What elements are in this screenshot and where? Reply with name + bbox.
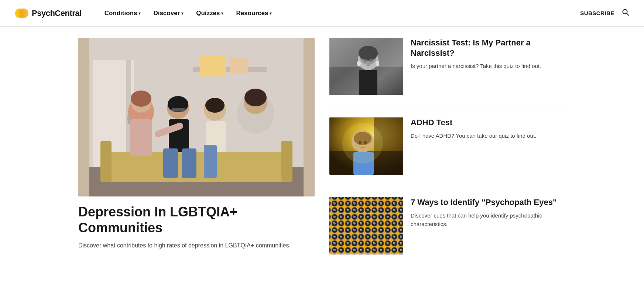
svg-point-39 [359, 46, 378, 61]
nav-conditions[interactable]: Conditions ▾ [99, 7, 146, 20]
nav-quizzes[interactable]: Quizzes ▾ [191, 7, 229, 20]
svg-point-18 [131, 90, 151, 107]
main-nav: PsychCentral Conditions ▾ Discover ▾ Qui… [0, 0, 644, 27]
logo-text: PsychCentral [32, 8, 82, 18]
card-psychopath-content: 7 Ways to Identify "Psychopath Eyes" Dis… [411, 197, 566, 228]
svg-rect-30 [163, 148, 178, 178]
card-narcissist[interactable]: Narcissist Test: Is My Partner a Narciss… [329, 38, 566, 95]
svg-point-52 [359, 141, 362, 144]
chevron-down-icon: ▾ [138, 11, 141, 16]
search-button[interactable] [622, 8, 629, 18]
chevron-down-icon: ▾ [221, 11, 223, 16]
hero-image[interactable] [78, 38, 315, 196]
card-narcissist-image [329, 38, 403, 95]
hero-image-svg [78, 38, 315, 196]
svg-point-44 [370, 59, 373, 62]
svg-rect-14 [281, 141, 292, 182]
svg-rect-58 [329, 197, 403, 254]
card-adhd[interactable]: ADHD Test Do I have ADHD? You can take o… [329, 117, 566, 175]
svg-point-1 [19, 8, 28, 18]
svg-point-51 [342, 123, 383, 164]
svg-point-43 [364, 59, 367, 62]
svg-rect-32 [204, 145, 217, 178]
card-divider-1 [329, 106, 566, 106]
card-adhd-image [329, 117, 403, 175]
nav-right: SUBSCRIBE [580, 8, 629, 18]
logo-icon [15, 6, 29, 20]
card-psychopath-image [329, 197, 403, 254]
card-psychopath-desc: Discover cues that can help you identify… [411, 211, 566, 229]
svg-point-2 [623, 10, 627, 14]
card-adhd-title: ADHD Test [411, 117, 536, 128]
card-adhd-content: ADHD Test Do I have ADHD? You can take o… [411, 117, 536, 140]
hero-description: Discover what contributes to high rates … [78, 241, 315, 250]
nav-resources[interactable]: Resources ▾ [231, 7, 277, 20]
nav-discover[interactable]: Discover ▾ [148, 7, 189, 20]
svg-rect-10 [230, 58, 248, 73]
svg-rect-13 [100, 141, 112, 182]
svg-rect-16 [130, 119, 152, 156]
svg-point-29 [244, 89, 267, 106]
card-psychopath-title: 7 Ways to Identify "Psychopath Eyes" [411, 197, 566, 208]
chevron-down-icon: ▾ [270, 11, 272, 16]
svg-point-24 [205, 98, 225, 113]
nav-links: Conditions ▾ Discover ▾ Quizzes ▾ Resour… [99, 7, 580, 20]
svg-point-41 [357, 61, 361, 66]
card-narcissist-title: Narcissist Test: Is My Partner a Narciss… [411, 38, 566, 58]
svg-rect-22 [171, 108, 185, 112]
hero-title: Depression In LGBTQIA+ Communities [78, 204, 315, 236]
svg-point-53 [364, 141, 367, 144]
svg-line-3 [627, 14, 629, 16]
svg-rect-40 [359, 70, 377, 95]
svg-rect-9 [200, 56, 226, 76]
card-adhd-desc: Do I have ADHD? You can take our quiz to… [411, 131, 536, 140]
right-panel: Narcissist Test: Is My Partner a Narciss… [329, 38, 566, 254]
chevron-down-icon: ▾ [181, 11, 184, 16]
svg-point-42 [376, 61, 379, 66]
card-psychopath[interactable]: 7 Ways to Identify "Psychopath Eyes" Dis… [329, 197, 566, 254]
card-divider-2 [329, 186, 566, 186]
subscribe-button[interactable]: SUBSCRIBE [580, 10, 614, 16]
card-narcissist-desc: Is your partner a narcissist? Take this … [411, 62, 566, 70]
logo-link[interactable]: PsychCentral [15, 6, 82, 20]
left-panel: Depression In LGBTQIA+ Communities Disco… [78, 38, 315, 254]
search-icon [622, 8, 629, 16]
card-narcissist-content: Narcissist Test: Is My Partner a Narciss… [411, 38, 566, 70]
main-container: Depression In LGBTQIA+ Communities Disco… [64, 27, 580, 269]
svg-rect-31 [182, 148, 196, 178]
